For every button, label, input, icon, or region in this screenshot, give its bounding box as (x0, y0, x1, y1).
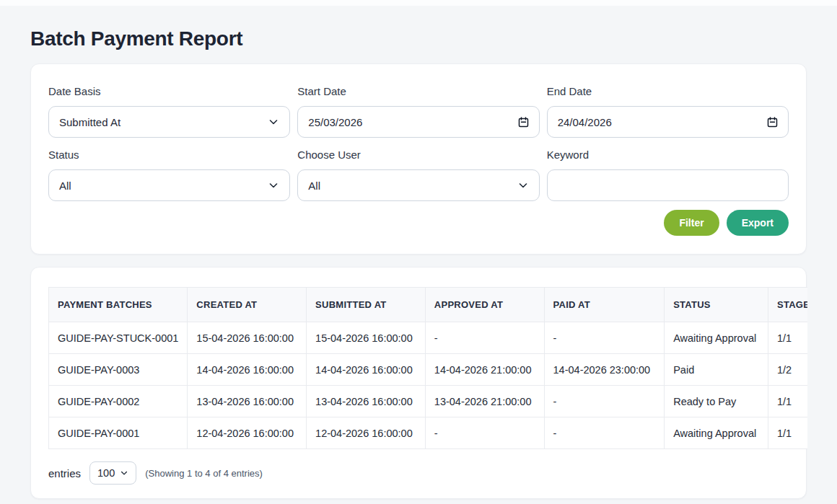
column-header-payment-batches: PAYMENT BATCHES (49, 288, 188, 322)
keyword-input-wrap (547, 169, 789, 201)
status-cell: Awaiting Approval (665, 322, 768, 354)
entries-per-page-value: 100 (97, 467, 115, 479)
payment-batches-table: PAYMENT BATCHES CREATED AT SUBMITTED AT … (48, 287, 807, 449)
start-date-value: 25/03/2026 (308, 116, 362, 128)
batch-id-cell: GUIDE-PAY-STUCK-0001 (49, 322, 188, 354)
status-cell: Awaiting Approval (665, 417, 768, 449)
paid-at-cell: - (544, 322, 665, 354)
date-basis-select[interactable]: Submitted At (48, 106, 290, 138)
filter-panel: Date Basis Submitted At Start Date 25/03… (30, 63, 807, 255)
created-at-cell: 14-04-2026 16:00:00 (188, 354, 307, 386)
date-basis-label: Date Basis (48, 84, 290, 99)
entries-per-page-select[interactable]: 100 (89, 461, 136, 485)
approved-at-cell: 14-04-2026 21:00:00 (425, 354, 544, 386)
batch-id-cell: GUIDE-PAY-0001 (49, 417, 188, 449)
start-date-label: Start Date (297, 84, 539, 99)
end-date-value: 24/04/2026 (558, 116, 612, 128)
stage-cell: 1/1 (768, 386, 807, 417)
column-header-approved-at: APPROVED AT (425, 288, 544, 322)
calendar-icon (518, 117, 529, 128)
keyword-label: Keyword (547, 148, 789, 162)
approved-at-cell: - (425, 417, 544, 449)
created-at-cell: 15-04-2026 16:00:00 (188, 322, 307, 354)
chevron-down-icon (517, 180, 529, 191)
column-header-submitted-at: SUBMITTED AT (307, 288, 426, 322)
table-footer: entries 100 (Showing 1 to 4 of 4 entries… (48, 461, 806, 485)
status-label: Status (48, 148, 290, 162)
calendar-icon (767, 117, 778, 128)
submitted-at-cell: 12-04-2026 16:00:00 (307, 417, 426, 449)
table-panel: PAYMENT BATCHES CREATED AT SUBMITTED AT … (30, 267, 807, 499)
stage-cell: 1/1 (768, 417, 807, 449)
end-date-field: End Date 24/04/2026 (547, 84, 789, 138)
batch-id-cell: GUIDE-PAY-0002 (49, 386, 188, 417)
end-date-label: End Date (547, 84, 789, 99)
table-row: GUIDE-PAY-STUCK-0001 15-04-2026 16:00:00… (49, 322, 808, 354)
status-cell: Paid (665, 354, 768, 386)
created-at-cell: 12-04-2026 16:00:00 (188, 417, 307, 449)
stage-cell: 1/2 (768, 354, 807, 386)
choose-user-field: Choose User All (297, 148, 539, 201)
chevron-down-icon (120, 469, 128, 477)
column-header-created-at: CREATED AT (188, 288, 307, 322)
keyword-input[interactable] (558, 170, 778, 200)
table-scroll-area[interactable]: PAYMENT BATCHES CREATED AT SUBMITTED AT … (48, 287, 807, 449)
showing-entries-text: (Showing 1 to 4 of 4 entries) (145, 468, 263, 479)
status-value: All (59, 180, 71, 192)
paid-at-cell: 14-04-2026 23:00:00 (544, 354, 665, 386)
table-header-row: PAYMENT BATCHES CREATED AT SUBMITTED AT … (49, 288, 808, 322)
chevron-down-icon (268, 180, 279, 191)
status-field: Status All (48, 148, 290, 201)
paid-at-cell: - (544, 417, 665, 449)
filter-button[interactable]: Filter (664, 210, 719, 236)
submitted-at-cell: 14-04-2026 16:00:00 (307, 354, 426, 386)
column-header-stages: STAGES (768, 288, 807, 322)
top-strip (0, 0, 837, 6)
entries-label: entries (48, 467, 81, 479)
choose-user-select[interactable]: All (297, 169, 539, 201)
submitted-at-cell: 15-04-2026 16:00:00 (307, 322, 426, 354)
created-at-cell: 13-04-2026 16:00:00 (188, 386, 307, 417)
chevron-down-icon (268, 116, 279, 128)
column-header-paid-at: PAID AT (544, 288, 665, 322)
date-basis-field: Date Basis Submitted At (48, 84, 290, 138)
status-select[interactable]: All (48, 169, 290, 201)
batch-id-cell: GUIDE-PAY-0003 (49, 354, 188, 386)
table-row: GUIDE-PAY-0003 14-04-2026 16:00:00 14-04… (49, 354, 808, 386)
batch-payment-report-page: Batch Payment Report Date Basis Submitte… (0, 27, 837, 499)
end-date-input[interactable]: 24/04/2026 (547, 106, 789, 138)
table-row: GUIDE-PAY-0001 12-04-2026 16:00:00 12-04… (49, 417, 808, 449)
start-date-input[interactable]: 25/03/2026 (297, 106, 539, 138)
status-cell: Ready to Pay (665, 386, 768, 417)
choose-user-value: All (308, 180, 320, 192)
page-title: Batch Payment Report (30, 27, 807, 50)
stage-cell: 1/1 (768, 322, 807, 354)
approved-at-cell: - (425, 322, 544, 354)
start-date-field: Start Date 25/03/2026 (297, 84, 539, 138)
choose-user-label: Choose User (297, 148, 539, 162)
column-header-status: STATUS (665, 288, 768, 322)
table-row: GUIDE-PAY-0002 13-04-2026 16:00:00 13-04… (49, 386, 808, 417)
submitted-at-cell: 13-04-2026 16:00:00 (307, 386, 426, 417)
paid-at-cell: - (544, 386, 665, 417)
export-button[interactable]: Export (727, 210, 789, 236)
date-basis-value: Submitted At (59, 116, 120, 128)
approved-at-cell: 13-04-2026 21:00:00 (425, 386, 544, 417)
keyword-field: Keyword (547, 148, 789, 201)
